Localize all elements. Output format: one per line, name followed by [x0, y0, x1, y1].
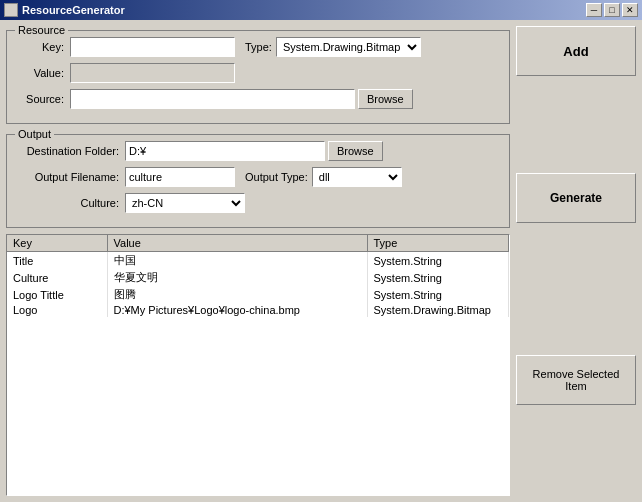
- right-panel: Add Generate Remove Selected Item: [516, 26, 636, 496]
- table-cell-value: 中国: [107, 252, 367, 270]
- table-cell-type: System.String: [367, 286, 509, 303]
- table-cell-type: System.String: [367, 252, 509, 270]
- left-panel: Resource Key: Type: System.Drawing.Bitma…: [6, 26, 510, 496]
- table-cell-key: Title: [7, 252, 107, 270]
- resource-group-label: Resource: [15, 24, 68, 36]
- dest-folder-browse-button[interactable]: Browse: [328, 141, 383, 161]
- value-row: Value:: [15, 63, 501, 83]
- table-cell-type: System.String: [367, 269, 509, 286]
- table-cell-key: Logo: [7, 303, 107, 317]
- output-group: Output Destination Folder: Browse Output…: [6, 134, 510, 228]
- table-cell-key: Culture: [7, 269, 107, 286]
- source-browse-button[interactable]: Browse: [358, 89, 413, 109]
- table-row[interactable]: Title中国System.String: [7, 252, 509, 270]
- type-label: Type:: [245, 41, 272, 53]
- table-row[interactable]: LogoD:¥My Pictures¥Logo¥logo-china.bmpSy…: [7, 303, 509, 317]
- app-icon: [4, 3, 18, 17]
- output-filename-row: Output Filename: Output Type: dll exe: [15, 167, 501, 187]
- dest-folder-label: Destination Folder:: [15, 145, 125, 157]
- maximize-button[interactable]: □: [604, 3, 620, 17]
- output-filename-label: Output Filename:: [15, 171, 125, 183]
- output-filename-input[interactable]: [125, 167, 235, 187]
- resource-group: Resource Key: Type: System.Drawing.Bitma…: [6, 30, 510, 124]
- col-value: Value: [107, 235, 367, 252]
- resource-table: Key Value Type Title中国System.StringCultu…: [7, 235, 509, 317]
- close-button[interactable]: ✕: [622, 3, 638, 17]
- type-select[interactable]: System.Drawing.Bitmap System.String: [276, 37, 421, 57]
- key-row: Key: Type: System.Drawing.Bitmap System.…: [15, 37, 501, 57]
- key-input[interactable]: [70, 37, 235, 57]
- minimize-button[interactable]: ─: [586, 3, 602, 17]
- table-cell-value: 华夏文明: [107, 269, 367, 286]
- culture-select[interactable]: zh-CN en-US ja-JP fr-FR: [125, 193, 245, 213]
- table-header-row: Key Value Type: [7, 235, 509, 252]
- culture-label: Culture:: [15, 197, 125, 209]
- table-cell-value: D:¥My Pictures¥Logo¥logo-china.bmp: [107, 303, 367, 317]
- window-title: ResourceGenerator: [22, 4, 125, 16]
- table-row[interactable]: Logo Tittle图腾System.String: [7, 286, 509, 303]
- source-row: Source: Browse: [15, 89, 501, 109]
- table-cell-type: System.Drawing.Bitmap: [367, 303, 509, 317]
- dest-folder-row: Destination Folder: Browse: [15, 141, 501, 161]
- output-type-label: Output Type:: [245, 171, 308, 183]
- output-type-select[interactable]: dll exe: [312, 167, 402, 187]
- source-label: Source:: [15, 93, 70, 105]
- key-label: Key:: [15, 41, 70, 53]
- add-button[interactable]: Add: [516, 26, 636, 76]
- main-content: Resource Key: Type: System.Drawing.Bitma…: [0, 20, 642, 502]
- remove-selected-button[interactable]: Remove Selected Item: [516, 355, 636, 405]
- value-input[interactable]: [70, 63, 235, 83]
- output-group-label: Output: [15, 128, 54, 140]
- dest-folder-input[interactable]: [125, 141, 325, 161]
- table-cell-key: Logo Tittle: [7, 286, 107, 303]
- title-bar-controls: ─ □ ✕: [586, 3, 638, 17]
- col-type: Type: [367, 235, 509, 252]
- source-input[interactable]: [70, 89, 355, 109]
- culture-row: Culture: zh-CN en-US ja-JP fr-FR: [15, 193, 501, 213]
- title-bar: ResourceGenerator ─ □ ✕: [0, 0, 642, 20]
- col-key: Key: [7, 235, 107, 252]
- resource-table-container: Key Value Type Title中国System.StringCultu…: [6, 234, 510, 496]
- value-label: Value:: [15, 67, 70, 79]
- table-cell-value: 图腾: [107, 286, 367, 303]
- generate-button[interactable]: Generate: [516, 173, 636, 223]
- table-row[interactable]: Culture华夏文明System.String: [7, 269, 509, 286]
